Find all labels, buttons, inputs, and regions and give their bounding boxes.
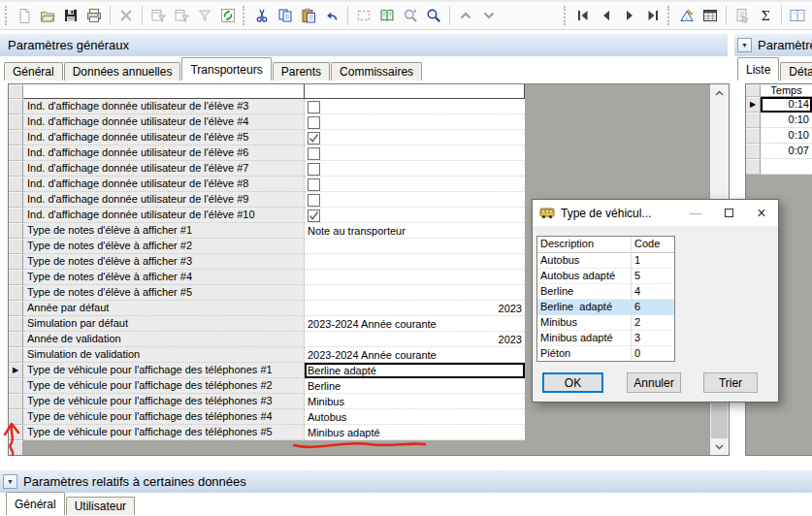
main-tab-donn-es-annuelles[interactable]: Données annuelles — [64, 62, 181, 81]
minimize-icon[interactable]: — — [679, 200, 712, 226]
parameter-value[interactable] — [305, 99, 525, 114]
save-icon[interactable] — [59, 4, 82, 27]
row-header-cell[interactable] — [9, 84, 23, 99]
checkbox-unchecked[interactable] — [308, 163, 320, 176]
parameter-label[interactable]: Type de véhicule pour l'affichage des té… — [23, 363, 305, 378]
checkbox-unchecked[interactable] — [308, 101, 320, 113]
nav-last-icon[interactable] — [641, 4, 665, 27]
parameter-value[interactable] — [305, 192, 525, 208]
row-header-cell[interactable] — [9, 208, 23, 223]
temps-value[interactable] — [761, 159, 812, 175]
row-header-cell[interactable] — [9, 254, 23, 270]
parameter-value[interactable] — [305, 84, 525, 99]
parameter-value[interactable] — [305, 177, 525, 192]
toolbar-grip[interactable] — [667, 6, 670, 25]
collapse-bottom-panel-button[interactable]: ▼ — [3, 474, 17, 489]
row-header-cell[interactable] — [9, 223, 23, 239]
main-tab-commissaires[interactable]: Commissaires — [331, 62, 422, 81]
sum-icon[interactable]: Σ — [754, 4, 777, 27]
vehicle-row-selected[interactable]: Berline adapté6 — [537, 300, 674, 315]
parameter-label[interactable]: Type de véhicule pour l'affichage des té… — [23, 409, 305, 425]
row-header-cell[interactable] — [9, 239, 23, 254]
row-header-cell[interactable] — [746, 159, 761, 175]
parameter-label[interactable]: Ind. d'affichage donnée utilisateur de l… — [23, 208, 305, 223]
parameter-label[interactable]: Ind. d'affichage donnée utilisateur de l… — [23, 161, 305, 177]
toolbar-grip[interactable] — [243, 6, 245, 25]
parameter-label[interactable]: Ind. d'affichage donnée utilisateur de l… — [23, 177, 305, 192]
row-header-cell[interactable] — [9, 192, 23, 208]
parameter-label[interactable]: Année par défaut — [23, 301, 305, 316]
row-header-cell[interactable] — [9, 130, 23, 145]
parameter-label[interactable]: Type de notes d'élève à afficher #2 — [23, 239, 305, 254]
parameter-value[interactable]: 2023-2024 Année courante — [305, 316, 525, 332]
maximize-icon[interactable] — [712, 200, 745, 226]
nav-next-icon[interactable] — [618, 4, 641, 27]
parameter-value[interactable] — [305, 239, 525, 254]
row-header-cell[interactable] — [9, 270, 23, 285]
main-tab-transporteurs[interactable]: Transporteurs — [181, 57, 271, 81]
parameter-value[interactable]: 2023 — [305, 301, 525, 316]
print-icon[interactable] — [82, 4, 106, 27]
dialog-titlebar[interactable]: Type de véhicul... — × — [533, 200, 778, 226]
row-header-cell[interactable] — [9, 440, 23, 456]
temps-value[interactable]: 0:07 — [761, 144, 812, 159]
parameter-label[interactable]: Ind. d'affichage donnée utilisateur de l… — [23, 130, 305, 145]
parameter-label[interactable]: Type de notes d'élève à afficher #5 — [23, 285, 305, 301]
parameter-value-selected[interactable]: Berline adapté — [305, 363, 525, 378]
main-tab-g-n-ral[interactable]: Général — [4, 62, 63, 81]
refresh-icon[interactable] — [216, 4, 240, 27]
parameter-value[interactable] — [305, 254, 525, 270]
bottom-tab-utilisateur[interactable]: Utilisateur — [66, 497, 135, 515]
trier-button[interactable]: Trier — [703, 372, 758, 393]
vehicle-row[interactable]: Minibus2 — [537, 315, 674, 331]
parameter-value[interactable] — [305, 270, 525, 285]
row-header-cell[interactable] — [9, 378, 23, 394]
row-header-cell[interactable] — [746, 144, 761, 159]
parameter-label[interactable]: Type de véhicule pour l'affichage des té… — [23, 394, 305, 409]
parameter-label[interactable]: Type de notes d'élève à afficher #3 — [23, 254, 305, 270]
row-header-cell[interactable] — [746, 128, 761, 144]
row-header-cell[interactable] — [9, 99, 23, 114]
row-header-cell[interactable] — [9, 425, 23, 440]
row-header-cell[interactable] — [9, 332, 23, 347]
zoom-icon[interactable] — [422, 4, 445, 27]
scroll-up-button[interactable] — [710, 84, 729, 101]
undo-icon[interactable] — [320, 4, 343, 27]
checkbox-checked[interactable] — [308, 132, 320, 145]
temps-value[interactable]: 0:14 — [761, 97, 812, 113]
parameter-label[interactable]: Type de véhicule pour l'affichage des té… — [23, 425, 305, 440]
open-folder-icon[interactable] — [36, 4, 59, 27]
current-row-marker[interactable]: ▶ — [9, 363, 23, 378]
main-tab-parents[interactable]: Parents — [273, 62, 330, 81]
copy-icon[interactable] — [274, 4, 297, 27]
paste-icon[interactable] — [297, 4, 320, 27]
parameter-value[interactable] — [305, 285, 525, 301]
row-header-cell[interactable] — [9, 301, 23, 316]
temps-value[interactable]: 0:10 — [761, 113, 812, 128]
right-tab-d-tails[interactable]: Détails — [780, 62, 812, 81]
collapse-right-panel-button[interactable]: ▼ — [737, 38, 752, 52]
row-header-cell[interactable] — [9, 409, 23, 425]
parameter-value[interactable] — [305, 145, 525, 161]
vehicle-row[interactable]: Piéton0 — [537, 346, 674, 362]
nav-first-icon[interactable] — [571, 4, 595, 27]
parameter-value[interactable]: Autobus — [305, 409, 525, 425]
data-grid-icon[interactable] — [698, 4, 722, 27]
scroll-thumb[interactable] — [711, 402, 728, 439]
row-header-cell[interactable] — [9, 347, 23, 363]
parameter-label[interactable]: Simulation de validation — [23, 347, 305, 363]
ok-button[interactable]: OK — [542, 372, 603, 393]
parameter-value[interactable]: 2023-2024 Année courante — [305, 347, 525, 363]
parameter-value[interactable] — [305, 208, 525, 223]
parameter-value[interactable]: Berline — [305, 378, 525, 394]
parameter-value[interactable]: Note au transporteur — [305, 223, 525, 239]
parameter-value[interactable]: 2023 — [305, 332, 525, 347]
row-header-cell[interactable] — [746, 113, 761, 128]
bottom-tab-g-n-ral[interactable]: Général — [6, 492, 65, 515]
checkbox-unchecked[interactable] — [308, 147, 320, 160]
scroll-down-button[interactable] — [710, 438, 729, 455]
row-header-cell[interactable] — [9, 394, 23, 409]
current-row-marker[interactable]: ▶ — [746, 97, 761, 113]
row-header-cell[interactable] — [9, 145, 23, 161]
right-tab-liste[interactable]: Liste — [737, 57, 779, 81]
